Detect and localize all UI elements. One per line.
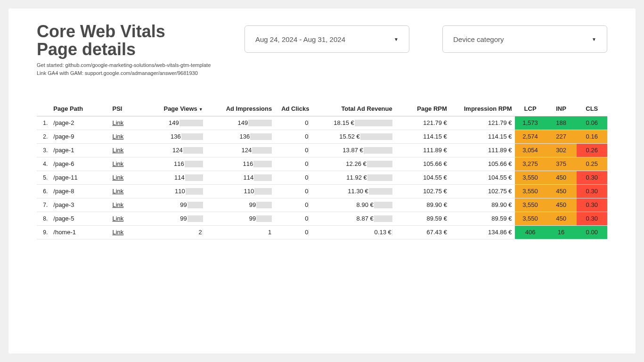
psi-link[interactable]: Link	[112, 147, 123, 154]
col-total-ad-revenue[interactable]: Total Ad Revenue	[312, 101, 395, 116]
inp-cell: 188	[546, 116, 577, 130]
psi-link-cell: Link	[109, 171, 137, 184]
subtitle-line2: Link GA4 with GAM: support.google.com/ad…	[37, 69, 211, 78]
page-path: /page-5	[50, 212, 109, 225]
col-page-path[interactable]: Page Path	[50, 101, 109, 116]
col-page-views[interactable]: Page Views▼	[137, 101, 205, 116]
date-range-dropdown[interactable]: Aug 24, 2024 - Aug 31, 2024 ▼	[245, 25, 409, 53]
ad-clicks: 0	[275, 130, 312, 143]
page-views: 114	[137, 171, 205, 184]
table-row: 5./page-11Link114114011.92 €104.55 €104.…	[37, 171, 607, 184]
psi-link[interactable]: Link	[112, 215, 123, 222]
header-row: Core Web Vitals Page details Get started…	[37, 23, 607, 78]
page-path: /page-2	[50, 116, 109, 130]
total-ad-revenue: 15.52 €	[312, 130, 395, 143]
ad-impressions: 149	[206, 116, 275, 130]
ad-clicks: 0	[275, 225, 312, 239]
psi-link[interactable]: Link	[112, 201, 123, 208]
total-ad-revenue: 8.90 €	[312, 198, 395, 212]
table-row: 1./page-2Link149149018.15 €121.79 €121.7…	[37, 116, 607, 130]
inp-cell: 16	[546, 225, 577, 239]
table-row: 7./page-3Link999908.90 €89.90 €89.90 €3,…	[37, 198, 607, 212]
col-index	[37, 101, 50, 116]
row-index: 3.	[37, 143, 50, 157]
page-rpm: 67.43 €	[395, 225, 450, 239]
subtitle-line1: Get started: github.com/google-marketing…	[37, 61, 211, 70]
psi-link-cell: Link	[109, 212, 137, 225]
page-path: /page-1	[50, 143, 109, 157]
inp-cell: 450	[546, 171, 577, 184]
total-ad-revenue: 0.13 €	[312, 225, 395, 239]
col-impression-rpm[interactable]: Impression RPM	[450, 101, 515, 116]
page-views: 99	[137, 212, 205, 225]
psi-link[interactable]: Link	[112, 133, 123, 140]
ad-impressions: 136	[206, 130, 275, 143]
cls-cell: 0.30	[577, 198, 607, 212]
device-category-dropdown[interactable]: Device category ▼	[442, 25, 607, 53]
report-card: Core Web Vitals Page details Get started…	[8, 8, 636, 354]
lcp-cell: 3,054	[515, 143, 546, 157]
psi-link[interactable]: Link	[112, 188, 123, 195]
ad-clicks: 0	[275, 157, 312, 171]
ad-impressions: 114	[206, 171, 275, 184]
ad-clicks: 0	[275, 116, 312, 130]
ad-impressions: 99	[206, 198, 275, 212]
col-psi[interactable]: PSI	[109, 101, 137, 116]
col-ad-impressions[interactable]: Ad Impressions	[206, 101, 275, 116]
row-index: 7.	[37, 198, 50, 212]
inp-cell: 450	[546, 198, 577, 212]
page-views: 149	[137, 116, 205, 130]
col-page-rpm[interactable]: Page RPM	[395, 101, 450, 116]
lcp-cell: 3,275	[515, 157, 546, 171]
sort-desc-icon: ▼	[199, 107, 203, 112]
psi-link-cell: Link	[109, 157, 137, 171]
psi-link[interactable]: Link	[112, 119, 123, 126]
row-index: 5.	[37, 171, 50, 184]
total-ad-revenue: 13.87 €	[312, 143, 395, 157]
lcp-cell: 3,550	[515, 212, 546, 225]
subtitle: Get started: github.com/google-marketing…	[37, 61, 211, 78]
page-views: 2	[137, 225, 205, 239]
page-path: /page-9	[50, 130, 109, 143]
psi-link[interactable]: Link	[112, 174, 123, 181]
row-index: 8.	[37, 212, 50, 225]
page-path: /page-11	[50, 171, 109, 184]
col-cls[interactable]: CLS	[577, 101, 607, 116]
ad-impressions: 99	[206, 212, 275, 225]
page-path: /page-8	[50, 184, 109, 198]
page-rpm: 104.55 €	[395, 171, 450, 184]
page-rpm: 89.59 €	[395, 212, 450, 225]
cls-cell: 0.30	[577, 212, 607, 225]
page-path: /home-1	[50, 225, 109, 239]
page-views: 110	[137, 184, 205, 198]
inp-cell: 450	[546, 212, 577, 225]
row-index: 4.	[37, 157, 50, 171]
col-lcp[interactable]: LCP	[515, 101, 546, 116]
impression-rpm: 102.75 €	[450, 184, 515, 198]
ad-clicks: 0	[275, 143, 312, 157]
title-block: Core Web Vitals Page details Get started…	[37, 23, 211, 78]
table-row: 2./page-9Link136136015.52 €114.15 €114.1…	[37, 130, 607, 143]
total-ad-revenue: 8.87 €	[312, 212, 395, 225]
lcp-cell: 406	[515, 225, 546, 239]
chevron-down-icon: ▼	[592, 37, 596, 42]
ad-impressions: 116	[206, 157, 275, 171]
col-inp[interactable]: INP	[546, 101, 577, 116]
cls-cell: 0.16	[577, 130, 607, 143]
psi-link[interactable]: Link	[112, 229, 123, 236]
impression-rpm: 89.90 €	[450, 198, 515, 212]
data-table: Page Path PSI Page Views▼ Ad Impressions…	[37, 101, 607, 239]
col-ad-clicks[interactable]: Ad Clicks	[275, 101, 312, 116]
psi-link[interactable]: Link	[112, 160, 123, 167]
ad-impressions: 124	[206, 143, 275, 157]
cls-cell: 0.25	[577, 157, 607, 171]
title-line2: Page details	[37, 40, 136, 59]
table-row: 6./page-8Link110110011.30 €102.75 €102.7…	[37, 184, 607, 198]
date-range-value: Aug 24, 2024 - Aug 31, 2024	[255, 35, 345, 43]
table-header-row: Page Path PSI Page Views▼ Ad Impressions…	[37, 101, 607, 116]
inp-cell: 450	[546, 184, 577, 198]
ad-clicks: 0	[275, 184, 312, 198]
impression-rpm: 134.86 €	[450, 225, 515, 239]
total-ad-revenue: 11.30 €	[312, 184, 395, 198]
cls-cell: 0.30	[577, 171, 607, 184]
